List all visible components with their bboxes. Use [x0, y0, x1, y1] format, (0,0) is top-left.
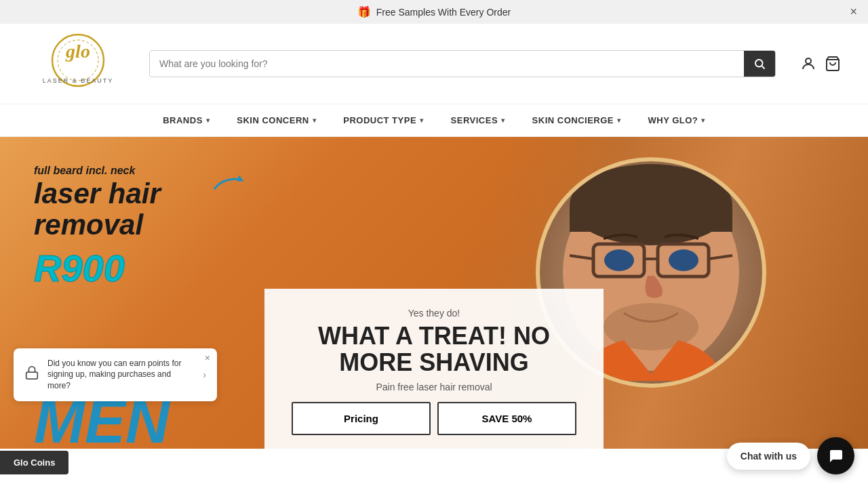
nav-label-brands: BRANDS — [163, 115, 203, 125]
header-icons — [800, 56, 841, 72]
hero-left-content: full beard incl. neck laser hair removal… — [34, 164, 161, 290]
card-subtitle: Yes they do! — [292, 308, 576, 319]
nav-label-why-glo: WHY GLO? — [648, 115, 698, 125]
loyalty-chevron-icon[interactable]: › — [203, 369, 206, 380]
svg-text:glo: glo — [65, 41, 90, 62]
nav-label-skin-concierge: SKIN CONCIERGE — [532, 115, 614, 125]
main-nav: BRANDS ▾ SKIN CONCERN ▾ PRODUCT TYPE ▾ S… — [0, 104, 868, 137]
glo-coins-button[interactable]: Glo Coins — [0, 451, 68, 474]
hero-small-text: full beard incl. neck — [34, 164, 161, 178]
svg-point-4 — [755, 60, 763, 67]
search-input[interactable] — [150, 52, 744, 76]
svg-line-5 — [762, 66, 765, 69]
search-button[interactable] — [744, 51, 775, 77]
nav-item-skin-concern[interactable]: SKIN CONCERN ▾ — [223, 104, 330, 136]
svg-rect-10 — [570, 205, 732, 232]
hero-large-text-1: laser hair — [34, 178, 161, 209]
svg-point-17 — [669, 249, 698, 271]
chevron-down-icon: ▾ — [420, 117, 424, 124]
card-title: WHAT A TREAT! NOMORE SHAVING — [292, 323, 576, 376]
hero-card: Yes they do! WHAT A TREAT! NOMORE SHAVIN… — [264, 289, 604, 449]
search-icon — [753, 58, 766, 70]
hero-arrow-icon — [208, 167, 253, 203]
nav-label-product-type: PRODUCT TYPE — [343, 115, 416, 125]
chevron-down-icon: ▾ — [617, 117, 621, 124]
chat-widget: Chat with us — [727, 437, 854, 474]
svg-text:LASER & BEAUTY: LASER & BEAUTY — [43, 77, 114, 84]
pricing-button[interactable]: Pricing — [292, 402, 431, 435]
hero-price: R900 — [34, 246, 161, 290]
svg-point-6 — [806, 58, 811, 64]
nav-item-why-glo[interactable]: WHY GLO? ▾ — [634, 104, 718, 136]
save-button[interactable]: SAVE 50% — [437, 402, 576, 435]
cart-icon — [825, 56, 841, 72]
chat-icon — [828, 448, 844, 464]
account-button[interactable] — [800, 56, 816, 72]
banner-text: Free Samples With Every Order — [376, 7, 511, 18]
nav-item-services[interactable]: SERVICES ▾ — [437, 104, 519, 136]
nav-label-skin-concern: SKIN CONCERN — [237, 115, 309, 125]
banner-close-button[interactable]: × — [850, 5, 857, 19]
loyalty-close-button[interactable]: × — [205, 352, 210, 363]
nav-item-brands[interactable]: BRANDS ▾ — [149, 104, 223, 136]
loyalty-popup: × Did you know you can earn points for s… — [14, 348, 217, 401]
hero-section: full beard incl. neck laser hair removal… — [0, 137, 868, 449]
nav-item-product-type[interactable]: PRODUCT TYPE ▾ — [330, 104, 437, 136]
chat-button[interactable] — [817, 437, 854, 474]
card-description: Pain free laser hair removal — [292, 382, 576, 392]
header: glo LASER & BEAUTY — [0, 24, 868, 104]
chat-bubble[interactable]: Chat with us — [727, 443, 810, 470]
gift-icon: 🎁 — [357, 5, 371, 18]
top-banner: 🎁 Free Samples With Every Order × — [0, 0, 868, 24]
svg-point-16 — [604, 249, 634, 271]
chevron-down-icon: ▾ — [501, 117, 505, 124]
nav-label-services: SERVICES — [451, 115, 498, 125]
logo-svg: glo LASER & BEAUTY — [27, 32, 129, 93]
curved-arrow-icon — [208, 169, 252, 197]
logo[interactable]: glo LASER & BEAUTY — [27, 32, 136, 96]
chevron-down-icon: ▾ — [313, 117, 317, 124]
account-icon — [800, 56, 816, 72]
lock-icon — [24, 365, 39, 384]
chevron-down-icon: ▾ — [701, 117, 705, 124]
card-buttons: Pricing SAVE 50% — [292, 402, 576, 435]
cart-button[interactable] — [825, 56, 841, 72]
nav-item-skin-concierge[interactable]: SKIN CONCIERGE ▾ — [519, 104, 635, 136]
search-bar — [149, 50, 776, 77]
chevron-down-icon: ▾ — [206, 117, 210, 124]
hero-large-text-2: removal — [34, 209, 161, 241]
loyalty-text: Did you know you can earn points for sig… — [47, 358, 195, 392]
svg-rect-20 — [26, 372, 38, 379]
